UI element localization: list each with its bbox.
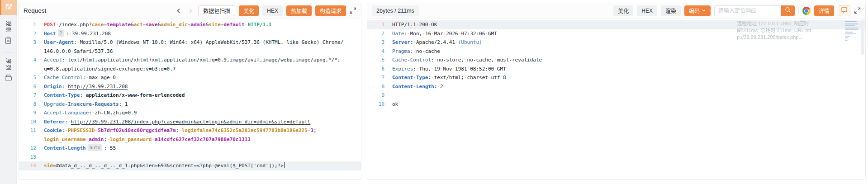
- editor-row[interactable]: 3Server:·Apache/2.4.41·(Ubuntu): [367, 38, 865, 47]
- code-line: sid=#data_d_.._d_.._d_.._d_1.php&slen=69…: [36, 161, 361, 170]
- chrome-icon[interactable]: [802, 7, 811, 15]
- line-number: 6: [19, 82, 36, 91]
- request-title: Request: [24, 7, 46, 14]
- editor-row[interactable]: 9: [367, 91, 865, 100]
- line-number: 3: [19, 38, 36, 47]
- line-number: 13: [19, 153, 36, 162]
- line-number: 1: [367, 20, 384, 29]
- editor-row[interactable]: 7Content-Type:·text/html;·charset=utf-8: [367, 73, 865, 82]
- editor-row[interactable]: 5Cache-Control:·max-age=0: [19, 73, 361, 82]
- line-number: 10: [19, 118, 36, 127]
- hot-reload-button[interactable]: 热加载: [286, 5, 312, 16]
- search-button[interactable]: [781, 5, 795, 16]
- minimap[interactable]: [845, 21, 859, 42]
- scrollbar[interactable]: [861, 19, 864, 55]
- line-number: 4: [367, 47, 384, 56]
- editor-row[interactable]: 1POST·/index.php?case=template&act=save&…: [19, 20, 361, 29]
- line-number: 10: [367, 100, 384, 109]
- line-number: 1: [19, 20, 36, 29]
- line-number: 7: [19, 91, 36, 100]
- code-line: Upgrade-Insecure-Requests:·1: [36, 100, 361, 109]
- editor-row[interactable]: 5Cache-Control:·no-store,·no-cache,·must…: [367, 56, 865, 65]
- code-line: Content-Length:·2: [384, 82, 865, 91]
- fuzzer-window: 规则 序列 Request: [0, 0, 868, 184]
- text-cursor: [284, 162, 285, 168]
- editor-row[interactable]: 13: [19, 153, 361, 162]
- build-request-button[interactable]: 构造请求: [315, 5, 346, 16]
- code-line: Cache-Control:·no-store,·no-cache,·must-…: [384, 56, 865, 65]
- editor-row[interactable]: 2Date:·Mon,·16·Mar·2026·07:32:06·GMT: [367, 29, 865, 38]
- line-number: 9: [367, 91, 384, 100]
- hex-request-button[interactable]: HEX: [262, 5, 283, 16]
- request-editor[interactable]: 1POST·/index.php?case=template&act=save&…: [19, 19, 361, 179]
- code-line: Content-Lengthauto:·55: [36, 144, 361, 153]
- editor-row[interactable]: 10Referer:·http://39.99.231.208/index.ph…: [19, 118, 361, 127]
- editor-row[interactable]: 10ok: [367, 100, 865, 109]
- hex-response-button[interactable]: HEX: [637, 5, 657, 16]
- code-line: Server:·Apache/2.4.41·(Ubuntu): [384, 38, 865, 47]
- beautify-response-button[interactable]: 美化: [613, 5, 633, 16]
- line-number: 7: [367, 73, 384, 82]
- editor-row[interactable]: 4Pragma:·no-cache: [367, 47, 865, 56]
- editor-row[interactable]: 6Expires:·Thu,·19·Nov·1981·08:52:00·GMT: [367, 65, 865, 74]
- expand-request-icon[interactable]: [350, 7, 356, 14]
- editor-row[interactable]: 7Content-Type:·application/x-www-form-ur…: [19, 91, 361, 100]
- editor-row[interactable]: 146.0.0.0·Safari/537.36: [19, 47, 361, 56]
- editor-row[interactable]: 11Cookie:·PHPSESSID=5b7drf02ui8sc80rqgci…: [19, 126, 361, 135]
- request-header: Request 数据包扫描 美化 HEX 热加载 构造请求: [19, 3, 361, 19]
- expand-response-icon[interactable]: [854, 7, 861, 14]
- editor-row[interactable]: 12Content-Lengthauto:·55: [19, 144, 361, 153]
- editor-row[interactable]: 2Host?:·39.99.231.208: [19, 29, 361, 38]
- editor-row[interactable]: login_username=admin;·login_password=a14…: [19, 135, 361, 144]
- response-search-input[interactable]: [714, 5, 781, 16]
- response-editor[interactable]: 远程地址:127.0.0.1:7890; 响应时 间:211ms; 总耗时:21…: [367, 19, 865, 179]
- sidebar-tab-sequence-label: 序列: [5, 58, 11, 71]
- line-number: [19, 47, 36, 56]
- toolbar-divider: [798, 8, 799, 14]
- archive-box-icon: [5, 74, 12, 83]
- editor-row[interactable]: 14sid=#data_d_.._d_.._d_.._d_1.php&slen=…: [19, 161, 361, 170]
- code-line: [384, 91, 865, 100]
- code-line: Content-Type:·application/x-www-form-url…: [36, 91, 361, 100]
- beautify-request-button[interactable]: 美化: [239, 5, 259, 16]
- line-number: 5: [367, 56, 384, 65]
- editor-row[interactable]: 4Accept:·text/html,application/xhtml+xml…: [19, 56, 361, 65]
- response-panel: 2bytes / 211ms 美化 HEX 渲染 编码: [367, 3, 866, 180]
- code-line: login_username=admin;·login_password=a14…: [36, 135, 361, 144]
- sliders-icon: [5, 3, 12, 12]
- packet-scan-button[interactable]: 数据包扫描: [198, 5, 235, 16]
- editor-row[interactable]: 1HTTP/1.1·200·OK: [367, 20, 865, 29]
- detail-button[interactable]: 详情: [814, 5, 834, 16]
- history-back-button[interactable]: [175, 7, 183, 15]
- line-number: 2: [19, 29, 36, 38]
- history-forward-button[interactable]: [186, 7, 194, 15]
- code-line: Date:·Mon,·16·Mar·2026·07:32:06·GMT: [384, 29, 865, 38]
- encode-dropdown-button[interactable]: 编码: [684, 5, 711, 16]
- line-number: 14: [19, 161, 36, 170]
- line-number: 6: [367, 65, 384, 74]
- code-line: Expires:·Thu,·19·Nov·1981·08:52:00·GMT: [384, 65, 865, 74]
- code-line: ok: [384, 100, 865, 109]
- chat-bubble-icon: [841, 7, 848, 15]
- editor-row[interactable]: 8Upgrade-Insecure-Requests:·1: [19, 100, 361, 109]
- comment-button[interactable]: [838, 5, 850, 16]
- sidebar-tab-sequence[interactable]: 序列: [5, 58, 12, 83]
- code-line: HTTP/1.1·200·OK: [384, 20, 865, 29]
- code-line: q=0.8,application/signed-exchange;v=b3;q…: [36, 65, 361, 74]
- line-number: 8: [19, 100, 36, 109]
- editor-row[interactable]: 6Origin:·http://39.99.231.208: [19, 82, 361, 91]
- editor-row[interactable]: 3User-Agent:·Mozilla/5.0·(Windows·NT·10.…: [19, 38, 361, 47]
- editor-row[interactable]: q=0.8,application/signed-exchange;v=b3;q…: [19, 65, 361, 74]
- sidebar-active-fuzzer-tab[interactable]: [0, 0, 17, 15]
- editor-row[interactable]: 8Content-Length:·2: [367, 82, 865, 91]
- request-panel: Request 数据包扫描 美化 HEX 热加载 构造请求: [19, 3, 361, 180]
- code-line: Referer:·http://39.99.231.208/index.php?…: [36, 118, 361, 127]
- code-line: Host?:·39.99.231.208: [36, 29, 361, 38]
- line-number: 9: [19, 109, 36, 118]
- render-response-button[interactable]: 渲染: [661, 5, 681, 16]
- editor-row[interactable]: 9Accept-Language:·zh-CN,zh;q=0.9: [19, 109, 361, 118]
- sidebar-tab-rules[interactable]: 规则: [5, 21, 12, 46]
- line-number: 2: [367, 29, 384, 38]
- line-number: [19, 65, 36, 74]
- encode-label: 编码: [689, 7, 700, 14]
